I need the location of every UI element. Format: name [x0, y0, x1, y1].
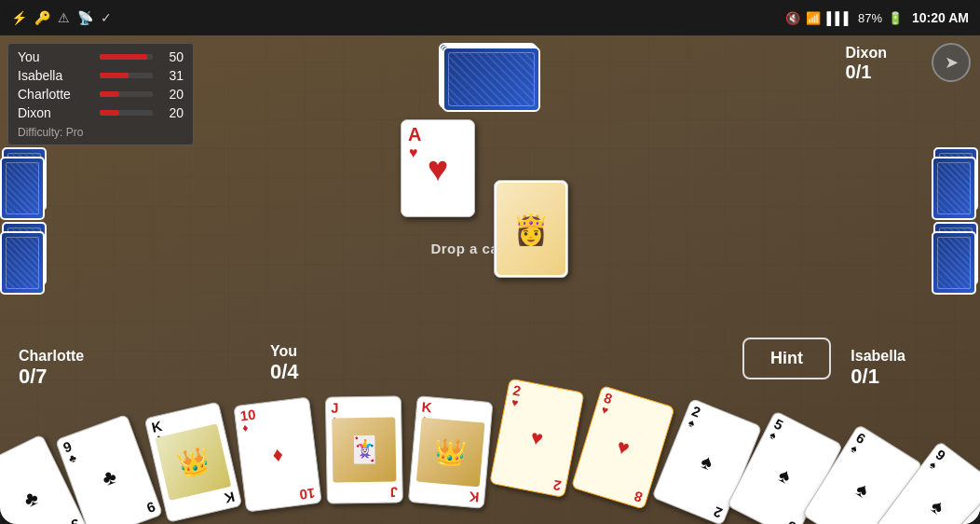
side-card-left-2	[0, 157, 45, 220]
player-charlotte: Charlotte 0/7	[19, 348, 84, 389]
card12-suit: ♠	[928, 459, 939, 471]
side-cards-left	[0, 147, 48, 352]
status-icons-right: 🔇 📶 ▌▌▌ 87% 🔋 10:20 AM	[785, 10, 969, 25]
score-bar-dixon-container	[100, 110, 153, 116]
hand-container: 3 ♣ ♣ 3 9 ♣ ♣ 9 K ♣ 👑 K 10 ♦	[34, 406, 946, 524]
card-back-3	[442, 47, 540, 112]
score-row-charlotte: Charlotte 20	[18, 87, 184, 102]
score-panel: You 50 Isabella 31 Charlotte 20	[7, 43, 194, 145]
wifi-off-icon: 📡	[77, 10, 93, 25]
side-card-left-4	[0, 231, 45, 295]
compass-button[interactable]: ➤	[932, 43, 971, 82]
side-card-right-4	[932, 231, 976, 295]
hand-card-6[interactable]: K ♦ 👑 K	[408, 395, 494, 509]
card7-rank-bot: 2	[551, 478, 562, 493]
compass-icon: ➤	[945, 52, 959, 73]
score-bar-charlotte-container	[100, 91, 153, 97]
card11-center: ♠	[851, 476, 874, 503]
card5-face: 🃏	[332, 417, 396, 482]
ace-suit: ♥	[409, 145, 418, 161]
side-card-right-2	[932, 157, 976, 220]
device-frame: ⚡ 🔑 ⚠ 📡 ✓ 🔇 📶 ▌▌▌ 87% 🔋 10:20 AM You 50	[0, 0, 980, 524]
signal-icon: ▌▌▌	[826, 11, 852, 25]
card4-rank: 10	[239, 407, 256, 423]
hand-card-7[interactable]: 2 ♥ ♥ 2	[489, 378, 584, 498]
you-tricks: 0/4	[270, 360, 299, 384]
card2-rank-bot: 9	[144, 500, 157, 516]
player-isabella: Isabella 0/1	[851, 348, 905, 389]
score-name-you: You	[18, 49, 92, 64]
alert-icon: ⚠	[58, 10, 70, 25]
played-card-ace: A ♥ ♥	[401, 119, 475, 217]
card-back-stack	[439, 43, 541, 113]
lock-icon: 🔑	[34, 10, 50, 25]
player-dixon: Dixon 0/1	[846, 45, 887, 83]
score-bar-isabella	[100, 73, 129, 78]
score-bar-charlotte	[100, 91, 119, 97]
usb-icon: ⚡	[11, 10, 27, 25]
hint-button[interactable]: Hint	[742, 338, 831, 379]
score-row-you: You 50	[18, 49, 184, 64]
card7-center: ♥	[528, 425, 545, 451]
score-name-charlotte: Charlotte	[18, 87, 92, 102]
score-value-isabella: 31	[160, 68, 184, 83]
score-value-dixon: 20	[160, 105, 184, 120]
card1-rank-bot: 3	[69, 517, 82, 524]
card10-center: ♠	[775, 462, 796, 489]
wifi-icon: 📶	[806, 11, 821, 25]
status-icons-left: ⚡ 🔑 ⚠ 📡 ✓	[11, 10, 112, 25]
volume-icon: 🔇	[785, 11, 800, 25]
score-name-isabella: Isabella	[18, 68, 92, 83]
card8-suit: ♥	[600, 404, 609, 417]
score-bar-isabella-container	[100, 73, 153, 78]
score-row-dixon: Dixon 20	[18, 105, 184, 120]
score-bar-you-container	[100, 54, 153, 60]
card6-rank-bot: K	[469, 490, 480, 504]
card1-center: ♣	[20, 485, 42, 513]
side-cards-right	[932, 147, 980, 352]
player-you: You 0/4	[270, 343, 299, 384]
hand-card-5[interactable]: J ♦ 🃏 J	[325, 395, 403, 503]
isabella-name: Isabella	[851, 348, 905, 365]
card4-suit: ♦	[242, 422, 250, 434]
card6-face: 👑	[416, 418, 485, 488]
dixon-tricks: 0/1	[846, 62, 887, 83]
card10-rank-bot: 5	[784, 518, 797, 524]
battery-icon: 🔋	[888, 11, 903, 25]
score-name-dixon: Dixon	[18, 105, 92, 120]
card3-rank-bot: K	[224, 490, 237, 505]
score-bar-you	[100, 54, 147, 60]
card11-suit: ♠	[849, 442, 860, 455]
ace-rank: A	[408, 124, 421, 145]
card7-suit: ♥	[510, 396, 519, 408]
score-value-you: 50	[160, 49, 184, 64]
charlotte-tricks: 0/7	[19, 365, 84, 389]
dixon-name: Dixon	[846, 45, 887, 62]
check-icon: ✓	[101, 10, 112, 25]
card5-rank: J	[331, 400, 339, 414]
card4-center: ♦	[271, 442, 284, 467]
clock: 10:20 AM	[912, 10, 969, 25]
card2-center: ♣	[99, 463, 119, 490]
status-bar: ⚡ 🔑 ⚠ 📡 ✓ 🔇 📶 ▌▌▌ 87% 🔋 10:20 AM	[0, 0, 980, 35]
score-value-charlotte: 20	[160, 87, 184, 102]
card8-rank-bot: 8	[633, 489, 644, 504]
score-row-isabella: Isabella 31	[18, 68, 184, 83]
queen-face-art: 👸	[497, 183, 565, 275]
score-bar-dixon	[100, 110, 119, 116]
card12-center: ♠	[926, 493, 949, 519]
card2-suit: ♣	[67, 452, 78, 465]
card10-suit: ♠	[768, 429, 778, 442]
deck-top	[439, 43, 541, 113]
card9-center: ♠	[698, 448, 717, 475]
card4-rank-bot: 10	[299, 486, 316, 502]
battery-percent: 87%	[858, 11, 882, 25]
hand-card-4[interactable]: 10 ♦ ♦ 10	[233, 396, 321, 512]
card9-suit: ♠	[687, 417, 696, 430]
you-name: You	[270, 343, 299, 360]
isabella-tricks: 0/1	[851, 365, 905, 389]
game-area: You 50 Isabella 31 Charlotte 20	[0, 35, 980, 524]
difficulty-label: Difficulty: Pro	[18, 126, 184, 139]
card5-rank-bot: J	[389, 485, 398, 499]
ace-center: ♥	[428, 148, 449, 188]
